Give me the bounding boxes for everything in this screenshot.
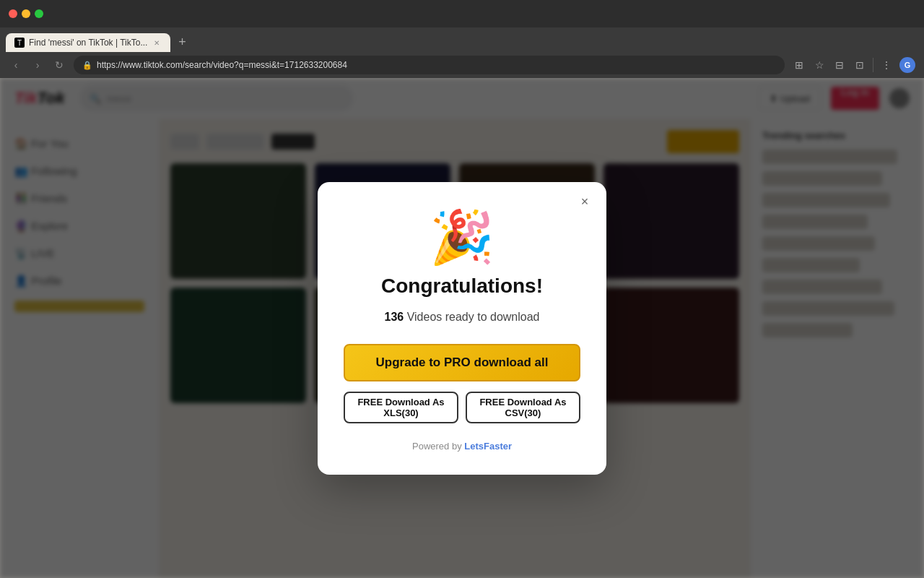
- page-content: TikTok 🔍 messi ⬆ Upload Log in 🏠 For You…: [0, 78, 924, 578]
- modal-title: Congratulations!: [344, 275, 580, 298]
- url-bar[interactable]: 🔒 https://www.tiktok.com/search/video?q=…: [74, 56, 785, 74]
- split-view-icon[interactable]: ⊡: [853, 58, 867, 72]
- modal-overlay: × 🎉 Congratulations! 136 Videos ready to…: [0, 78, 924, 578]
- close-window-button[interactable]: [9, 9, 17, 18]
- download-csv-button[interactable]: FREE Download As CSV(30): [466, 392, 580, 423]
- tab-label: Find 'messi' on TikTok | TikTo...: [29, 38, 147, 48]
- extensions-icon[interactable]: ⊞: [792, 58, 806, 72]
- modal-footer: Powered by LetsFaster: [344, 441, 580, 452]
- traffic-lights: [9, 9, 43, 18]
- modal-dialog: × 🎉 Congratulations! 136 Videos ready to…: [318, 182, 606, 475]
- url-text: https://www.tiktok.com/search/video?q=me…: [97, 60, 347, 70]
- maximize-window-button[interactable]: [35, 9, 43, 18]
- minimize-window-button[interactable]: [22, 9, 30, 18]
- modal-subtitle: 136 Videos ready to download: [344, 311, 580, 324]
- back-button[interactable]: ‹: [9, 58, 23, 72]
- sidebar-icon[interactable]: ⊟: [832, 58, 847, 72]
- active-tab[interactable]: T Find 'messi' on TikTok | TikTo... ✕: [6, 33, 170, 52]
- divider: [873, 58, 873, 72]
- video-count: 136: [385, 311, 404, 323]
- download-xls-button[interactable]: FREE Download As XLS(30): [344, 392, 458, 423]
- upgrade-pro-button[interactable]: Upgrade to PRO download all: [344, 344, 580, 381]
- browser-frame: T Find 'messi' on TikTok | TikTo... ✕ + …: [0, 0, 924, 578]
- menu-icon[interactable]: ⋮: [879, 58, 894, 72]
- bookmark-icon[interactable]: ☆: [812, 58, 827, 72]
- new-tab-button[interactable]: +: [172, 32, 192, 52]
- subtitle-text: Videos ready to download: [404, 311, 539, 323]
- celebration-emoji: 🎉: [344, 211, 580, 263]
- profile-avatar[interactable]: G: [899, 57, 915, 73]
- forward-button[interactable]: ›: [30, 58, 45, 72]
- footer-text: Powered by: [412, 441, 464, 452]
- modal-close-button[interactable]: ×: [575, 192, 595, 212]
- toolbar-right: ⊞ ☆ ⊟ ⊡ ⋮ G: [792, 57, 915, 73]
- refresh-button[interactable]: ↻: [52, 58, 66, 72]
- free-download-row: FREE Download As XLS(30) FREE Download A…: [344, 392, 580, 423]
- tab-bar: T Find 'messi' on TikTok | TikTo... ✕ +: [0, 27, 924, 52]
- letsfaster-link[interactable]: LetsFaster: [464, 441, 512, 452]
- lock-icon: 🔒: [82, 61, 92, 70]
- title-bar: [0, 0, 924, 27]
- tab-close-button[interactable]: ✕: [152, 38, 162, 48]
- address-bar: ‹ › ↻ 🔒 https://www.tiktok.com/search/vi…: [0, 52, 924, 78]
- tab-favicon: T: [14, 38, 25, 48]
